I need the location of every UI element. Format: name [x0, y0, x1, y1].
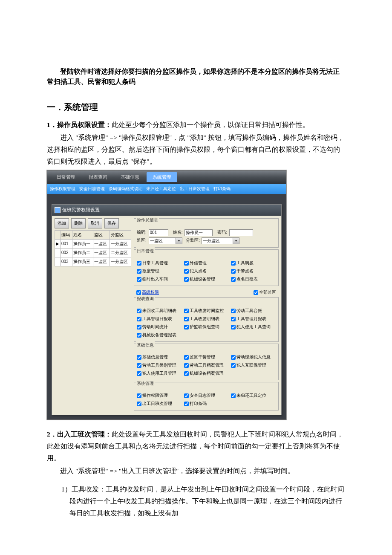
checkbox-label: 基础信息管理 — [142, 355, 168, 359]
pwd-input[interactable] — [229, 229, 253, 236]
checkbox-label: 工具调拨 — [236, 260, 254, 265]
group-legend: 系统管理 — [136, 380, 155, 387]
all-zones-checkbox[interactable]: 全部监区 — [254, 289, 276, 296]
zone-select[interactable] — [149, 237, 177, 244]
permission-checkbox[interactable]: 安全日志管理 — [184, 392, 229, 399]
zone-label: 监区: — [137, 238, 147, 243]
checkbox-label: 劳动时间统计 — [142, 324, 168, 329]
permission-checkbox[interactable]: 日常工具管理 — [137, 259, 182, 267]
permission-checkbox[interactable]: 外借管理 — [184, 259, 229, 267]
submenu-item[interactable]: 打印条码 — [213, 186, 231, 191]
submenu-item[interactable]: 出工日班次管理 — [180, 186, 210, 191]
permission-checkbox[interactable]: 工具管理月报表 — [231, 315, 276, 323]
name-input[interactable] — [184, 229, 213, 236]
subzone-select[interactable] — [202, 237, 234, 244]
add-button[interactable]: 添加 — [55, 218, 69, 228]
chevron-down-icon[interactable]: ▾ — [176, 237, 182, 244]
permission-checkbox[interactable]: 犯人互联保管理 — [231, 361, 276, 369]
delete-button[interactable]: 删除 — [71, 218, 86, 228]
permission-checkbox[interactable]: 机械设备档案管理 — [184, 370, 229, 377]
checkbox-label: 工具管理日报表 — [142, 316, 172, 321]
permission-checkbox[interactable]: 机械设备管理报表 — [137, 331, 182, 339]
intro-paragraph: 登陆软件时请选择好你要扫描的分监区操作员，如果你选择的不是本分监区的操作员将无法… — [47, 66, 345, 88]
permission-checkbox[interactable]: 未回收工具明细表 — [137, 307, 182, 315]
item-1: 1．操作员权限设置：此处至少每个分监区添加一个操作员，以保证日常扫描可操作性。 — [47, 119, 345, 131]
group-legend: 操作员信息 — [136, 216, 159, 224]
checkbox-label: 点名日报表 — [236, 277, 258, 281]
item-1-title: 1．操作员权限设置： — [47, 121, 112, 128]
permissions-dialog: 值班民警权限设置 添加 删除 取消 保存 编码 — [52, 204, 282, 415]
permission-checkbox[interactable]: 临时出入车间 — [137, 275, 182, 283]
menu-daily[interactable]: 日常管理 — [51, 172, 81, 182]
menu-system[interactable]: 系统管理 — [147, 172, 177, 182]
system-mgmt-group: 系统管理 操作权限管理安全日志管理未归还工具定位出工日班次管理打印条码 — [134, 382, 279, 410]
permission-checkbox[interactable]: 犯人使用工具管理 — [137, 370, 182, 377]
permission-checkbox[interactable]: 打印条码 — [184, 400, 229, 408]
permission-checkbox[interactable]: 操作权限管理 — [137, 392, 182, 399]
permission-checkbox[interactable]: 干警点名 — [231, 267, 276, 275]
screenshot-operator-permissions: 日常管理 报表查询 基础信息 系统管理 操作权限管理 安全日志管理 条码编码格式… — [47, 170, 286, 420]
name-label: 姓名: — [173, 230, 183, 234]
operator-table[interactable]: 编码 姓名 监区 分监区 ▶ 001 操作员一 一监区 一分监区 — [55, 230, 131, 266]
permission-checkbox[interactable]: 基础信息管理 — [137, 353, 182, 361]
checkbox-label: 未归还工具定位 — [236, 393, 266, 398]
item-1-desc: 此处至少每个分监区添加一个操作员，以保证日常扫描可操作性。 — [112, 121, 309, 128]
cell: 一监区 — [93, 257, 110, 266]
daily-mgmt-group: 日常管理 日常工具管理外借管理工具调拨报废管理犯人点名干警点名临时出入车间机械设… — [134, 249, 279, 286]
permission-checkbox[interactable]: 工具收发明细表 — [184, 315, 229, 323]
checkbox-label: 机械设备档案管理 — [190, 371, 224, 376]
submenu-item[interactable]: 未归还工具定位 — [146, 186, 176, 191]
permission-checkbox[interactable]: 护监联保组查询 — [184, 323, 229, 331]
dialog-toolbar: 添加 删除 取消 保存 — [55, 218, 131, 228]
table-row[interactable]: ▶ 001 操作员一 一监区 一分监区 — [55, 240, 131, 249]
item-2-sub1: 1）工具收发：工具的收发时间，是从上午发出到上午回收时间之间设置一个时间段，在此… — [61, 483, 345, 519]
permission-checkbox[interactable]: 未归还工具定位 — [231, 392, 276, 399]
dialog-title: 值班民警权限设置 — [62, 206, 100, 214]
col-name: 姓名 — [72, 231, 93, 240]
permission-checkbox[interactable]: 出工日班次管理 — [137, 400, 182, 408]
cell: 一监区 — [93, 249, 110, 257]
cell: 二分监区 — [110, 249, 131, 257]
save-button[interactable]: 保存 — [104, 218, 119, 228]
table-row[interactable]: 003 操作员三 一监区 一分监区 — [55, 257, 131, 266]
permission-checkbox[interactable]: 工具调拨 — [231, 259, 276, 267]
checkbox-label: 出工日班次管理 — [142, 401, 172, 406]
table-row[interactable]: 002 操作员二 一监区 二分监区 — [55, 249, 131, 257]
permission-checkbox[interactable]: 机械设备管理 — [184, 275, 229, 283]
submenu-item[interactable]: 操作权限管理 — [50, 186, 75, 191]
permission-checkbox[interactable]: 报废管理 — [137, 267, 182, 275]
col-code: 编码 — [61, 231, 72, 240]
permission-checkbox[interactable]: 犯人点名 — [184, 267, 229, 275]
permission-checkbox[interactable]: 劳动工具档案管理 — [184, 361, 229, 369]
cell: 操作员三 — [72, 257, 93, 266]
app-menubar: 日常管理 报表查询 基础信息 系统管理 — [47, 171, 286, 184]
chevron-down-icon[interactable]: ▾ — [233, 237, 239, 244]
item-2: 2．出入工班次管理：此处设置每天工具发放回收时间，民警犯人上下班时间和犯人常规点… — [47, 428, 345, 464]
permission-checkbox[interactable]: 劳动工具类别管理 — [137, 361, 182, 369]
permission-checkbox[interactable]: 犯人使用工具查询 — [231, 323, 276, 331]
permission-checkbox[interactable]: 劳动现场犯人信息 — [231, 353, 276, 361]
permission-checkbox[interactable]: 工具收发时间监控 — [184, 307, 229, 315]
subzone-label: 分监区: — [186, 238, 200, 243]
cell: 一监区 — [93, 240, 110, 249]
permission-checkbox[interactable]: 劳动工具台账 — [231, 307, 276, 315]
checkbox-label: 报废管理 — [142, 269, 159, 273]
checkbox-label: 犯人互联保管理 — [236, 363, 266, 367]
dialog-titlebar[interactable]: 值班民警权限设置 — [52, 205, 281, 216]
checkbox-label: 干警点名 — [236, 269, 254, 273]
submenu-item[interactable]: 安全日志管理 — [79, 186, 105, 191]
cancel-button[interactable]: 取消 — [88, 218, 102, 228]
menu-basic[interactable]: 基础信息 — [115, 172, 145, 182]
permission-checkbox[interactable]: 监区干警管理 — [184, 353, 229, 361]
permission-checkbox[interactable]: 劳动时间统计 — [137, 323, 182, 331]
reports-group: 报表查询 未回收工具明细表工具收发时间监控劳动工具台账工具管理日报表工具收发明细… — [134, 297, 279, 342]
permission-checkbox[interactable]: 工具管理日报表 — [137, 315, 182, 323]
menu-reports[interactable]: 报表查询 — [83, 172, 113, 182]
submenu-item[interactable]: 条码编码格式说明 — [109, 186, 143, 191]
permission-checkbox[interactable]: 点名日报表 — [231, 275, 276, 283]
checkbox-label: 工具收发明细表 — [190, 316, 219, 321]
section-1-heading: 一．系统管理 — [47, 99, 345, 115]
cell: 操作员二 — [72, 249, 93, 257]
checkbox-label: 机械设备管理报表 — [142, 332, 176, 337]
code-input[interactable] — [149, 229, 168, 236]
